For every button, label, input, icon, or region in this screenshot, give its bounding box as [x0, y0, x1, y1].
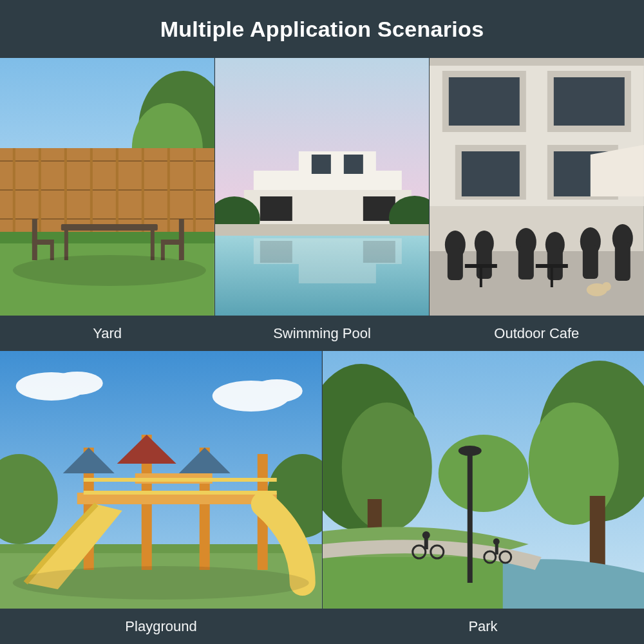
scene-cafe	[430, 58, 644, 316]
tile-outdoor-cafe	[430, 58, 644, 316]
svg-rect-70	[536, 264, 568, 268]
scene-pool	[215, 58, 430, 316]
svg-rect-82	[0, 544, 322, 553]
svg-rect-51	[554, 77, 625, 126]
svg-rect-65	[583, 245, 598, 279]
tile-swimming-pool	[215, 58, 430, 316]
svg-rect-67	[615, 242, 630, 281]
svg-point-78	[251, 379, 303, 402]
caption-yard: Yard	[0, 316, 214, 351]
svg-rect-41	[260, 241, 292, 263]
svg-point-76	[52, 372, 103, 395]
svg-rect-71	[551, 268, 553, 287]
svg-rect-30	[299, 151, 376, 177]
svg-rect-108	[424, 538, 428, 549]
svg-rect-45	[430, 58, 644, 66]
svg-rect-68	[465, 264, 497, 268]
svg-point-26	[13, 255, 206, 286]
tile-yard	[0, 58, 215, 316]
svg-rect-14	[193, 148, 196, 232]
caption-playground: Playground	[0, 609, 322, 644]
tile-playground	[0, 351, 323, 609]
svg-rect-32	[344, 155, 363, 174]
svg-point-97	[341, 402, 431, 531]
svg-rect-42	[363, 241, 395, 263]
tiles-row-bottom	[0, 351, 644, 609]
svg-rect-9	[64, 148, 67, 232]
svg-rect-59	[477, 247, 492, 279]
svg-rect-57	[448, 248, 463, 280]
svg-rect-10	[90, 148, 93, 232]
scene-playground	[0, 351, 322, 609]
page-title: Multiple Application Scenarios	[0, 0, 644, 58]
scene-park	[323, 351, 645, 609]
svg-rect-40	[299, 264, 376, 283]
svg-rect-17	[61, 224, 158, 231]
svg-rect-12	[142, 148, 144, 232]
tiles-row-top	[0, 58, 644, 316]
svg-point-73	[602, 282, 611, 291]
svg-rect-104	[467, 454, 472, 583]
svg-rect-103	[323, 557, 503, 609]
svg-rect-21	[32, 240, 54, 245]
svg-point-113	[493, 538, 499, 545]
svg-rect-69	[480, 268, 482, 287]
svg-rect-112	[495, 544, 498, 554]
svg-point-102	[438, 435, 528, 512]
svg-rect-50	[449, 77, 520, 126]
svg-rect-7	[13, 148, 15, 232]
caption-outdoor-cafe: Outdoor Cafe	[430, 316, 644, 351]
svg-rect-33	[260, 196, 292, 221]
svg-rect-22	[50, 245, 54, 260]
svg-rect-52	[462, 151, 520, 196]
caption-park: Park	[322, 609, 644, 644]
svg-rect-61	[518, 246, 534, 279]
svg-rect-11	[116, 148, 118, 232]
svg-rect-24	[161, 240, 183, 245]
captions-row-top: Yard Swimming Pool Outdoor Cafe	[0, 316, 644, 351]
svg-point-105	[458, 446, 481, 456]
svg-rect-8	[39, 148, 41, 232]
svg-point-94	[13, 566, 309, 600]
svg-rect-31	[312, 155, 331, 174]
svg-rect-37	[215, 224, 430, 236]
captions-row-bottom: Playground Park	[0, 609, 644, 644]
caption-swimming-pool: Swimming Pool	[214, 316, 429, 351]
svg-point-109	[422, 531, 430, 539]
scene-yard	[0, 58, 214, 316]
svg-rect-19	[151, 231, 155, 260]
svg-rect-18	[64, 231, 68, 260]
tile-park	[323, 351, 645, 609]
svg-rect-13	[167, 148, 170, 232]
